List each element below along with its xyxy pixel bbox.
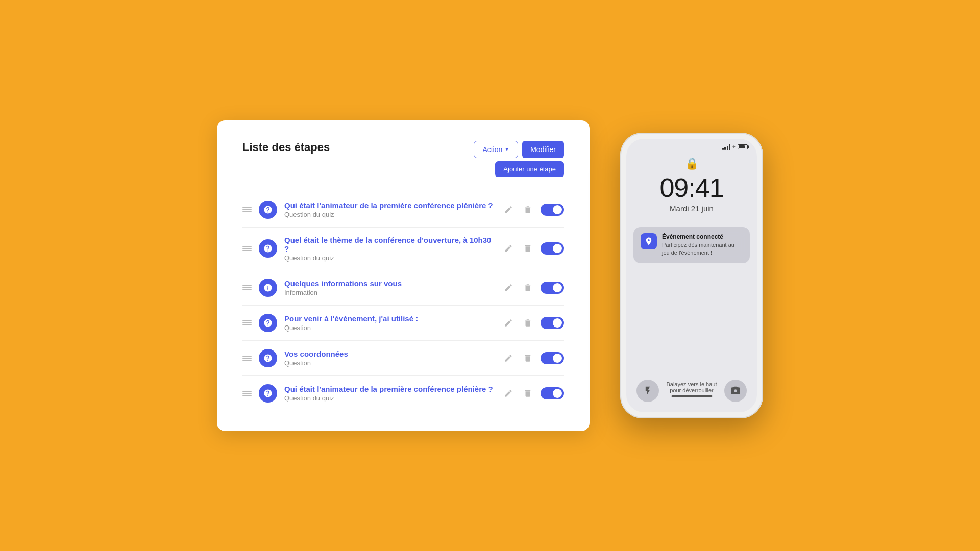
drag-handle[interactable] <box>242 320 252 325</box>
step-content: Quel était le thème de la conférence d'o… <box>284 236 495 262</box>
step-icon-quiz <box>259 314 277 332</box>
step-icon-quiz <box>259 201 277 219</box>
visibility-toggle[interactable] <box>541 352 564 364</box>
delete-button[interactable] <box>521 352 534 365</box>
visibility-toggle[interactable] <box>541 204 564 216</box>
step-title: Quel était le thème de la conférence d'o… <box>284 236 495 253</box>
delete-button[interactable] <box>521 387 534 400</box>
table-row: Qui était l'animateur de la première con… <box>242 376 564 411</box>
swipe-bar <box>671 395 712 397</box>
step-actions <box>502 281 564 294</box>
notif-app-icon <box>641 233 657 249</box>
step-subtitle: Information <box>284 289 495 296</box>
edit-button[interactable] <box>502 281 515 294</box>
step-actions <box>502 352 564 365</box>
step-subtitle: Question <box>284 359 495 367</box>
table-row: Qui était l'animateur de la première con… <box>242 192 564 228</box>
edit-button[interactable] <box>502 242 515 255</box>
step-icon-quiz <box>259 384 277 403</box>
drag-handle[interactable] <box>242 285 252 290</box>
step-actions <box>502 203 564 216</box>
ajouter-etape-button[interactable]: Ajouter une étape <box>495 161 564 177</box>
toggle-wrapper <box>541 317 564 329</box>
step-subtitle: Question <box>284 324 495 332</box>
notification-content: Événement connecté Participez dès mainte… <box>662 233 743 257</box>
step-content: Pour venir à l'événement, j'ai utilisé :… <box>284 314 495 332</box>
modifier-button[interactable]: Modifier <box>522 141 564 158</box>
visibility-toggle[interactable] <box>541 317 564 329</box>
drag-handle[interactable] <box>242 391 252 396</box>
notification-title: Événement connecté <box>662 233 743 240</box>
phone-lock-section: 🔒 09:41 Mardi 21 juin <box>626 152 757 223</box>
panel-title: Liste des étapes <box>242 141 330 154</box>
visibility-toggle[interactable] <box>541 242 564 255</box>
edit-button[interactable] <box>502 316 515 330</box>
table-row: Quel était le thème de la conférence d'o… <box>242 228 564 270</box>
table-row: Vos coordonnées Question <box>242 341 564 376</box>
main-container: Liste des étapes Action Modifier Ajouter… <box>217 120 763 431</box>
step-title: Quelques informations sur vous <box>284 279 495 288</box>
step-actions <box>502 387 564 400</box>
lock-icon: 🔒 <box>685 157 699 170</box>
step-subtitle: Question du quiz <box>284 394 495 402</box>
step-actions <box>502 316 564 330</box>
step-title: Pour venir à l'événement, j'ai utilisé : <box>284 314 495 323</box>
drag-handle[interactable] <box>242 246 252 251</box>
drag-handle[interactable] <box>242 356 252 361</box>
delete-button[interactable] <box>521 242 534 255</box>
notification-body: Participez dès maintenant au jeu de l'év… <box>662 241 743 257</box>
header-top-buttons: Action Modifier <box>474 141 564 158</box>
step-icon-info <box>259 279 277 297</box>
phone-screen: ⌖ 🔒 09:41 Mardi 21 juin Événement conne <box>626 139 757 412</box>
drag-handle[interactable] <box>242 207 252 212</box>
toggle-wrapper <box>541 387 564 399</box>
visibility-toggle[interactable] <box>541 282 564 294</box>
edit-button[interactable] <box>502 387 515 400</box>
delete-button[interactable] <box>521 203 534 216</box>
swipe-text: Balayez vers le hautpour déverrouiller <box>666 381 717 393</box>
panel-header: Liste des étapes Action Modifier Ajouter… <box>242 141 564 177</box>
signal-bars-icon <box>722 144 731 150</box>
flashlight-button[interactable] <box>636 380 659 402</box>
step-subtitle: Question du quiz <box>284 211 495 218</box>
phone-container: ⌖ 🔒 09:41 Mardi 21 juin Événement conne <box>620 133 763 418</box>
toggle-wrapper <box>541 204 564 216</box>
toggle-wrapper <box>541 352 564 364</box>
step-subtitle: Question du quiz <box>284 254 495 262</box>
toggle-wrapper <box>541 242 564 255</box>
steps-list: Qui était l'animateur de la première con… <box>242 192 564 411</box>
battery-icon <box>738 144 748 149</box>
table-row: Quelques informations sur vous Informati… <box>242 270 564 306</box>
header-buttons: Action Modifier Ajouter une étape <box>474 141 564 177</box>
camera-button[interactable] <box>724 380 747 402</box>
step-content: Qui était l'animateur de la première con… <box>284 201 495 218</box>
step-title: Vos coordonnées <box>284 349 495 358</box>
tablet-panel: Liste des étapes Action Modifier Ajouter… <box>217 120 590 431</box>
wifi-icon: ⌖ <box>732 144 736 150</box>
step-content: Quelques informations sur vous Informati… <box>284 279 495 296</box>
delete-button[interactable] <box>521 281 534 294</box>
edit-button[interactable] <box>502 203 515 216</box>
phone-status-bar: ⌖ <box>626 139 757 152</box>
step-icon-quiz <box>259 349 277 367</box>
phone-bottom: Balayez vers le hautpour déverrouiller <box>626 371 757 412</box>
step-content: Qui était l'animateur de la première con… <box>284 385 495 402</box>
notification-card[interactable]: Événement connecté Participez dès mainte… <box>633 227 750 263</box>
toggle-wrapper <box>541 282 564 294</box>
step-title: Qui était l'animateur de la première con… <box>284 385 495 393</box>
step-content: Vos coordonnées Question <box>284 349 495 367</box>
edit-button[interactable] <box>502 352 515 365</box>
visibility-toggle[interactable] <box>541 387 564 399</box>
step-actions <box>502 242 564 255</box>
step-title: Qui était l'animateur de la première con… <box>284 201 495 210</box>
step-icon-quiz <box>259 239 277 258</box>
swipe-hint: Balayez vers le hautpour déverrouiller <box>666 381 717 397</box>
delete-button[interactable] <box>521 316 534 330</box>
action-button[interactable]: Action <box>474 141 518 158</box>
phone-date: Mardi 21 juin <box>670 204 714 213</box>
table-row: Pour venir à l'événement, j'ai utilisé :… <box>242 306 564 341</box>
phone-time: 09:41 <box>659 174 723 201</box>
status-icons: ⌖ <box>722 144 748 150</box>
